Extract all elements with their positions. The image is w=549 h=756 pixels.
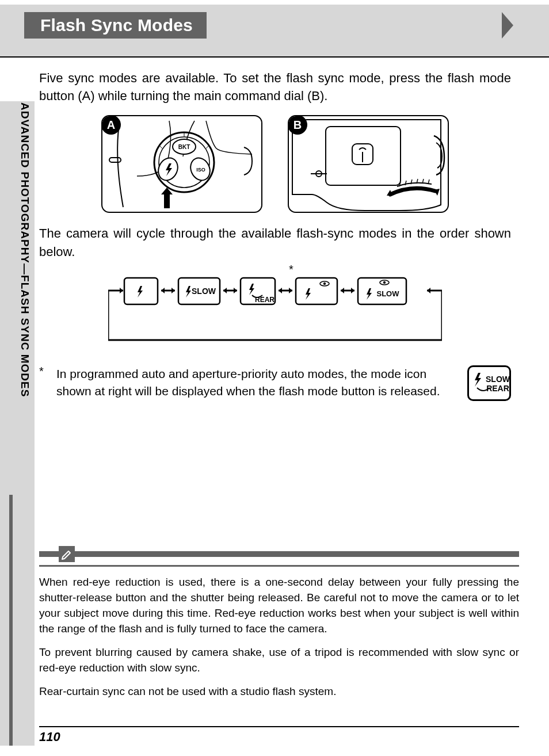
illustration-row: A: [39, 115, 511, 213]
header-rule: [0, 56, 549, 58]
callout-thin-rule: [39, 565, 519, 567]
sidebar-dark-band: [9, 495, 13, 746]
callout-top-rule: [39, 551, 519, 557]
page-number: 110: [39, 730, 60, 744]
footnote-icon-slow: SLOW: [486, 375, 509, 384]
callout-para-1: When red-eye reduction is used, there is…: [39, 575, 519, 637]
callout-block: When red-eye reduction is used, there is…: [39, 551, 519, 708]
footnote-icon-rear: REAR: [486, 384, 509, 393]
svg-rect-34: [296, 278, 337, 304]
intro-paragraph: Five sync modes are available. To set th…: [39, 69, 511, 105]
pencil-icon: [59, 546, 75, 562]
footnote-row: * In programmed auto and aperture-priori…: [39, 365, 511, 401]
cycle-diagram: *: [108, 271, 442, 352]
footnote-mode-icon: SLOW REAR: [467, 365, 511, 401]
sidebar-label: ADVANCED PHOTOGRAPHY—FLASH SYNC MODES: [18, 102, 31, 397]
section-title-bar: Flash Sync Modes: [24, 12, 207, 39]
section-title-text: Flash Sync Modes: [40, 16, 193, 35]
svg-marker-0: [502, 12, 513, 39]
page-footer: 110: [39, 726, 519, 744]
bkt-label: BKT: [178, 144, 190, 150]
illustration-a: A: [101, 115, 262, 213]
callout-para-2: To prevent blurring caused by camera sha…: [39, 645, 519, 676]
illustration-b: B: [288, 115, 449, 213]
callout-para-3: Rear-curtain sync can not be used with a…: [39, 684, 519, 700]
mode-slow-label: SLOW: [192, 287, 216, 296]
cycle-paragraph: The camera will cycle through the availa…: [39, 224, 511, 260]
iso-label: ISO: [196, 167, 205, 173]
footnote-marker: *: [39, 365, 48, 377]
title-arrow-icon: [502, 12, 525, 39]
mode-eye-slow-label: SLOW: [377, 289, 400, 298]
footnote-text: In programmed auto and aperture-priority…: [56, 365, 459, 400]
mode-rear-label: REAR: [255, 296, 274, 304]
